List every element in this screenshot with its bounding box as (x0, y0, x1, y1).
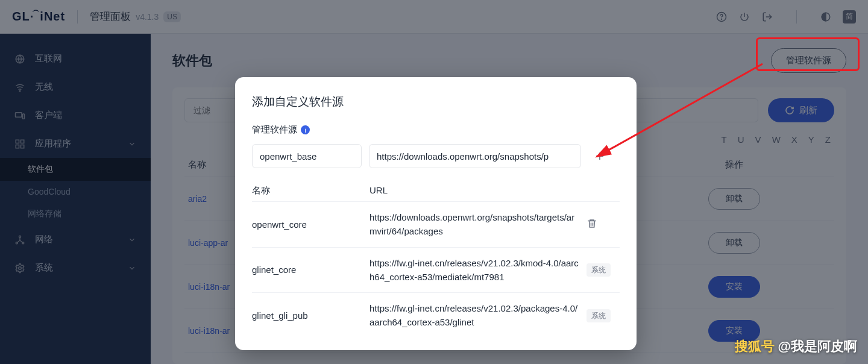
source-row: glinet_core https://fw.gl-inet.cn/releas… (252, 248, 620, 293)
watermark: 搜狐号@我是阿皮啊 (735, 337, 857, 356)
source-url: https://downloads.openwrt.org/snapshots/… (370, 210, 587, 239)
source-url: https://fw.gl-inet.cn/releases/v21.02.3/… (370, 256, 587, 284)
source-name: glinet_gli_pub (252, 310, 370, 321)
source-url-input[interactable] (369, 144, 581, 168)
source-row: openwrt_core https://downloads.openwrt.o… (252, 202, 620, 248)
source-url: https://fw.gl-inet.cn/releases/v21.02.3/… (370, 301, 587, 330)
source-name: openwrt_core (252, 219, 370, 230)
modal-title: 添加自定义软件源 (252, 94, 620, 110)
source-row: glinet_gli_pub https://fw.gl-inet.cn/rel… (252, 293, 620, 338)
trash-icon[interactable] (587, 221, 597, 231)
info-icon[interactable]: i (301, 125, 310, 134)
add-source-modal: 添加自定义软件源 管理软件源 i + 名称 URL openwrt_core h… (235, 77, 637, 350)
manage-sources-label: 管理软件源 (252, 124, 297, 136)
system-badge: 系统 (587, 263, 611, 277)
src-col-url: URL (370, 185, 587, 196)
source-name-input[interactable] (252, 144, 362, 168)
add-source-button[interactable]: + (588, 145, 611, 168)
system-badge: 系统 (587, 309, 611, 322)
source-name: glinet_core (252, 265, 370, 275)
src-col-name: 名称 (252, 185, 370, 196)
